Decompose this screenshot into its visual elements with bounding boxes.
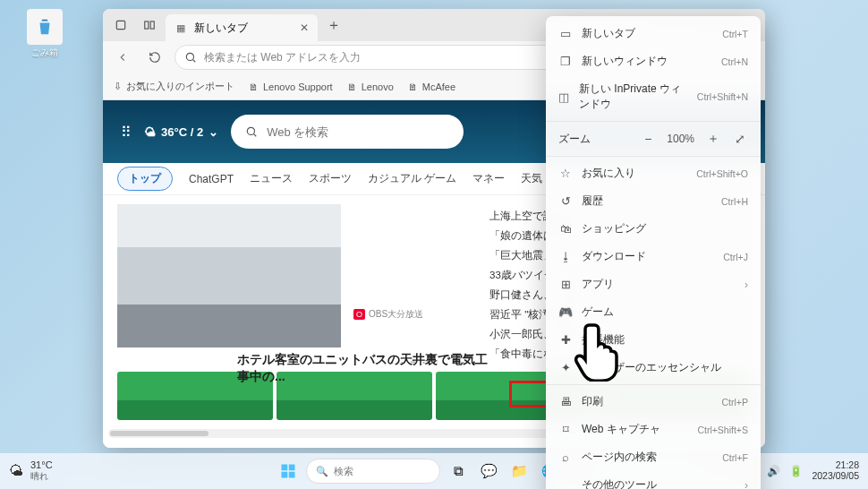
new-tab-button[interactable]: ＋ xyxy=(321,13,346,38)
tab-actions-icon[interactable] xyxy=(108,13,133,38)
vertical-tabs-icon[interactable] xyxy=(137,13,162,38)
page-icon: 🗎 xyxy=(347,82,357,92)
menu-downloads[interactable]: ⭳ダウンロードCtrl+J xyxy=(546,243,761,270)
tab-title: 新しいタブ xyxy=(194,21,248,36)
task-view-icon[interactable]: ⧉ xyxy=(446,459,471,484)
zoom-out-button[interactable]: − xyxy=(640,132,656,146)
hero-search-input[interactable] xyxy=(267,125,417,139)
inprivate-icon: ◫ xyxy=(558,90,570,104)
menu-shopping[interactable]: 🛍ショッピング xyxy=(546,215,761,243)
start-button[interactable] xyxy=(276,459,301,484)
battery-icon[interactable]: 🔋 xyxy=(789,465,803,477)
tab-money[interactable]: マネー xyxy=(472,167,505,190)
shopping-icon: 🛍 xyxy=(558,222,573,236)
menu-essentials[interactable]: ✦ブラウザーのエッセンシャル xyxy=(546,354,761,382)
hero-search[interactable] xyxy=(231,115,464,149)
capture-icon: ⌑ xyxy=(558,423,573,436)
window-icon: ❐ xyxy=(558,55,573,68)
tab-sports[interactable]: スポーツ xyxy=(309,167,352,190)
search-icon xyxy=(184,51,197,64)
search-icon: 🔍 xyxy=(316,466,328,477)
menu-separator xyxy=(546,384,761,385)
menu-zoom: ズーム − 100% ＋ ⤢ xyxy=(546,124,761,153)
tab-favicon-icon: ▦ xyxy=(174,21,187,34)
chevron-right-icon: › xyxy=(745,279,748,291)
zoom-in-button[interactable]: ＋ xyxy=(705,131,721,147)
menu-web-capture[interactable]: ⌑Web キャプチャCtrl+Shift+S xyxy=(546,416,761,443)
chat-icon[interactable]: 💬 xyxy=(476,459,501,484)
tab-close-icon[interactable]: ✕ xyxy=(300,21,309,34)
back-button[interactable] xyxy=(110,45,135,70)
bookmark-lenovo[interactable]: 🗎Lenovo xyxy=(347,82,394,92)
source-badge: O xyxy=(353,309,365,320)
tab-weather[interactable]: 天気 xyxy=(521,167,542,190)
hero-weather[interactable]: 🌤 36°C / 2 ⌄ xyxy=(144,125,218,139)
svg-rect-5 xyxy=(282,465,288,471)
tab-icon: ▭ xyxy=(558,27,573,40)
find-icon: ⌕ xyxy=(558,450,573,464)
feature-card[interactable] xyxy=(117,204,341,347)
sun-icon: 🌤 xyxy=(9,463,23,479)
browser-menu: ▭新しいタブCtrl+T ❐新しいウィンドウCtrl+N ◫新しい InPriv… xyxy=(546,16,761,489)
star-icon: ☆ xyxy=(558,167,573,180)
menu-games[interactable]: 🎮ゲーム xyxy=(546,298,761,326)
tab-casual-games[interactable]: カジュアル ゲーム xyxy=(368,167,456,190)
bookmark-import[interactable]: ⇩お気に入りのインポート xyxy=(114,80,234,93)
card-source: OOBS大分放送 xyxy=(353,308,501,321)
bookmark-lenovo-support[interactable]: 🗎Lenovo Support xyxy=(249,82,333,92)
menu-find[interactable]: ⌕ページ内の検索Ctrl+F xyxy=(546,443,761,471)
svg-point-4 xyxy=(247,127,254,134)
svg-rect-6 xyxy=(289,465,295,471)
bookmark-mcafee[interactable]: 🗎McAfee xyxy=(408,82,455,92)
games-icon: 🎮 xyxy=(558,305,573,319)
extensions-icon: ✚ xyxy=(558,333,573,347)
tab-top[interactable]: トップ xyxy=(117,167,173,191)
import-icon: ⇩ xyxy=(114,81,122,92)
apps-icon: ⊞ xyxy=(558,278,573,291)
tab-news[interactable]: ニュース xyxy=(250,167,293,190)
svg-rect-8 xyxy=(289,472,295,478)
recycle-bin[interactable]: ごみ箱 xyxy=(27,9,63,59)
menu-separator xyxy=(546,156,761,157)
svg-rect-0 xyxy=(116,21,124,29)
fullscreen-icon[interactable]: ⤢ xyxy=(732,132,748,146)
address-placeholder: 検索または Web アドレスを入力 xyxy=(204,50,361,65)
menu-apps[interactable]: ⊞アプリ› xyxy=(546,270,761,298)
sun-icon: 🌤 xyxy=(144,125,156,139)
taskbar-search[interactable]: 🔍検索 xyxy=(306,459,440,484)
menu-favorites[interactable]: ☆お気に入りCtrl+Shift+O xyxy=(546,159,761,187)
explorer-icon[interactable]: 📁 xyxy=(506,459,532,484)
browser-tab[interactable]: ▦ 新しいタブ ✕ xyxy=(166,14,318,41)
menu-print[interactable]: 🖶印刷Ctrl+P xyxy=(546,388,761,416)
taskbar-clock[interactable]: 21:28 2023/09/05 xyxy=(812,460,859,481)
menu-history[interactable]: ↺履歴Ctrl+H xyxy=(546,187,761,215)
download-icon: ⭳ xyxy=(558,250,573,263)
page-icon: 🗎 xyxy=(249,82,259,92)
recycle-bin-label: ごみ箱 xyxy=(27,47,63,59)
menu-more-tools[interactable]: その他のツール› xyxy=(546,471,761,489)
volume-icon[interactable]: 🔊 xyxy=(767,465,780,477)
svg-rect-7 xyxy=(282,472,288,478)
menu-new-window[interactable]: ❐新しいウィンドウCtrl+N xyxy=(546,47,761,75)
page-icon: 🗎 xyxy=(408,82,418,92)
taskbar-weather[interactable]: 🌤 31°C 晴れ xyxy=(9,459,53,483)
search-icon xyxy=(245,125,258,138)
app-launcher-icon[interactable]: ⠿ xyxy=(121,124,132,141)
zoom-value: 100% xyxy=(667,133,694,145)
menu-separator xyxy=(546,121,761,122)
menu-new-inprivate[interactable]: ◫新しい InPrivate ウィンドウCtrl+Shift+N xyxy=(546,75,761,118)
taskbar-center: 🔍検索 ⧉ 💬 📁 🌐 🛍 xyxy=(276,459,592,484)
menu-extensions[interactable]: ✚拡張機能 xyxy=(546,326,761,354)
refresh-button[interactable] xyxy=(142,45,167,70)
card-image xyxy=(117,204,341,347)
svg-rect-2 xyxy=(150,21,154,29)
history-icon: ↺ xyxy=(558,194,573,208)
svg-point-3 xyxy=(186,53,193,60)
print-icon: 🖶 xyxy=(558,395,573,408)
tab-chatgpt[interactable]: ChatGPT xyxy=(189,169,234,189)
chevron-down-icon: ⌄ xyxy=(208,125,218,139)
svg-rect-1 xyxy=(145,21,149,29)
card-title[interactable]: ホテル客室のユニットバスの天井裏で電気工事中の... xyxy=(237,351,488,385)
sparkle-icon: ✦ xyxy=(558,361,573,374)
menu-new-tab[interactable]: ▭新しいタブCtrl+T xyxy=(546,20,761,47)
